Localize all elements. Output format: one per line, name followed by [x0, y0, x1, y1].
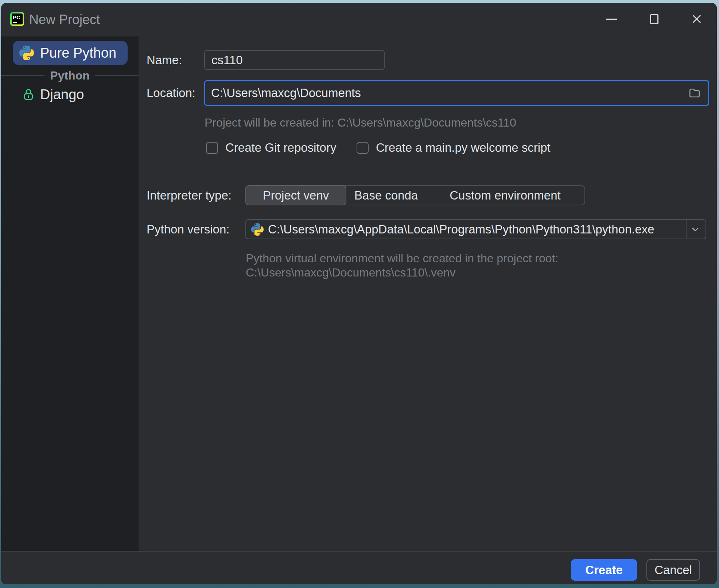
- sidebar-item-label: Pure Python: [40, 45, 116, 61]
- interpreter-type-label: Interpreter type:: [147, 185, 232, 205]
- location-field: [204, 80, 709, 106]
- segment-base-conda[interactable]: Base conda: [346, 186, 426, 205]
- window-title: New Project: [29, 3, 100, 36]
- project-location-hint: Project will be created in: C:\Users\max…: [205, 116, 516, 129]
- sidebar-item-pure-python[interactable]: Pure Python: [13, 41, 128, 65]
- python-icon: [251, 223, 264, 236]
- section-divider-right: [95, 75, 139, 76]
- close-icon: [691, 13, 703, 25]
- chevron-down-icon: [690, 224, 701, 235]
- python-version-dropdown[interactable]: C:\Users\maxcg\AppData\Local\Programs\Py…: [245, 219, 706, 239]
- minimize-icon: [606, 19, 617, 20]
- cancel-button[interactable]: Cancel: [646, 559, 700, 581]
- sidebar-item-label: Django: [40, 87, 84, 102]
- title-bar: PC New Project: [1, 3, 717, 36]
- pycharm-logo-icon: PC: [10, 12, 24, 26]
- create-main-py-checkbox[interactable]: [357, 142, 369, 154]
- dropdown-divider: [686, 220, 687, 239]
- location-label: Location:: [147, 80, 195, 106]
- project-type-sidebar: Pure Python Python Django: [1, 36, 139, 551]
- python-version-value: C:\Users\maxcg\AppData\Local\Programs\Py…: [268, 223, 654, 236]
- sidebar-section-python: Python: [1, 68, 139, 83]
- segment-project-venv[interactable]: Project venv: [245, 185, 346, 205]
- name-input[interactable]: [204, 50, 385, 70]
- location-input[interactable]: [211, 86, 687, 100]
- close-button[interactable]: [688, 10, 706, 28]
- pycharm-logo-dash: [13, 22, 17, 23]
- maximize-button[interactable]: [645, 10, 663, 28]
- venv-note: Python virtual environment will be creat…: [246, 251, 558, 280]
- pycharm-logo-text: PC: [13, 14, 20, 20]
- venv-note-line1: Python virtual environment will be creat…: [246, 251, 558, 266]
- dropdown-chevron-button[interactable]: [688, 220, 703, 239]
- venv-note-line2: C:\Users\maxcg\Documents\cs110\.venv: [246, 266, 558, 280]
- interpreter-type-segmented-control: Project venv Base conda Custom environme…: [245, 185, 585, 205]
- create-git-repo-label[interactable]: Create Git repository: [225, 139, 336, 156]
- sidebar-item-django[interactable]: Django: [1, 85, 139, 104]
- create-git-repo-checkbox[interactable]: [206, 142, 218, 154]
- segment-custom-environment[interactable]: Custom environment: [426, 186, 584, 205]
- name-label: Name:: [147, 50, 182, 70]
- section-divider-left: [1, 75, 44, 76]
- section-label: Python: [50, 69, 89, 82]
- new-project-dialog: PC New Project Pure Python Python: [1, 3, 717, 584]
- python-icon: [19, 46, 34, 60]
- dialog-footer: Create Cancel: [1, 551, 717, 584]
- maximize-icon: [650, 14, 658, 24]
- lock-icon: [22, 88, 35, 101]
- browse-folder-button[interactable]: [687, 85, 702, 101]
- create-button[interactable]: Create: [571, 559, 637, 581]
- python-version-label: Python version:: [147, 219, 229, 239]
- minimize-button[interactable]: [603, 10, 620, 28]
- folder-icon: [688, 86, 701, 100]
- create-main-py-label[interactable]: Create a main.py welcome script: [376, 139, 551, 156]
